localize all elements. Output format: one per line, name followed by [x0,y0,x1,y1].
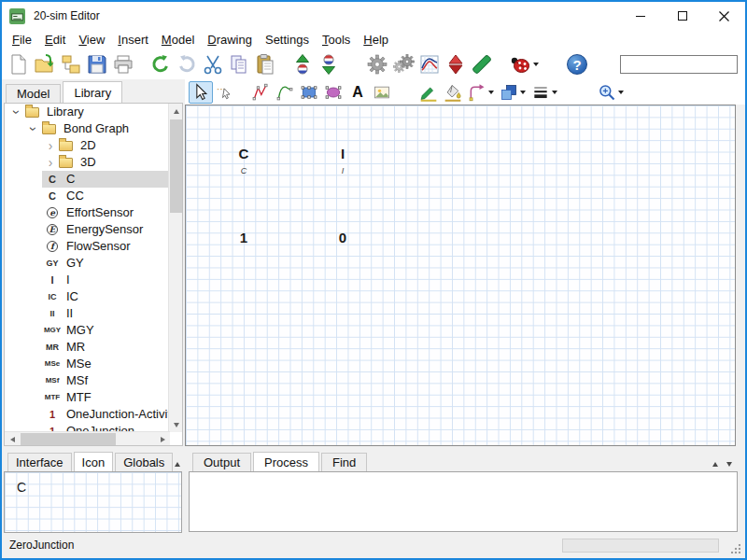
tree-item-row[interactable]: IIII [42,305,169,322]
tree-item-row[interactable]: MTFMTF [42,389,169,406]
tree-vscroll-thumb[interactable] [170,119,182,213]
canvas-element-I[interactable]: I [341,146,345,161]
bond-tool-button[interactable] [248,81,273,104]
tree-item-MSf[interactable]: MSfMSf [5,372,169,389]
debug-dropdown-icon[interactable] [533,63,539,66]
tree-item-row[interactable]: 2D [44,137,169,154]
tree-item-row[interactable]: MSfMSf [42,372,169,389]
tab-globals[interactable]: Globals [115,453,173,471]
text-tool-button[interactable]: A [345,81,370,104]
tree-item-GY[interactable]: GYGY [5,255,169,272]
tree-item-row[interactable]: MSeMSe [42,356,169,372]
resize-grip-icon[interactable] [731,544,740,553]
zoom-dropdown-icon[interactable] [618,91,624,94]
tree-hscroll-thumb[interactable] [21,433,116,445]
menu-drawing[interactable]: Drawing [201,31,259,49]
tree-item-3D[interactable]: 3D [5,154,169,171]
chevron-right-icon[interactable] [44,156,57,169]
line-width-dropdown-icon[interactable] [552,91,557,94]
check-model-button[interactable] [443,51,469,77]
tree-item-row[interactable]: MGYMGY [42,322,169,339]
tree-item-row[interactable]: 1OneJunction-Activity [42,406,169,423]
scroll-right-button[interactable] [155,432,170,446]
print-button[interactable] [110,51,136,77]
cut-button[interactable] [200,51,226,77]
go-down-button[interactable] [316,51,342,77]
tab-find[interactable]: Find [321,453,367,471]
tree-item-row[interactable]: EEnergySensor [42,221,169,238]
tree-item-row[interactable]: Library [10,104,169,120]
scroll-left-button[interactable] [5,432,20,446]
tree-item-Bond Graph[interactable]: Bond Graph [5,120,169,137]
signal-tool-button[interactable] [273,81,297,104]
menu-edit[interactable]: Edit [38,31,72,49]
tree-item-OneJunction-Activity[interactable]: 1OneJunction-Activity [5,406,169,423]
tree-item-row[interactable]: eEffortSensor [42,204,169,221]
tab-library[interactable]: Library [63,81,122,103]
tree-item-EffortSensor[interactable]: eEffortSensor [5,204,169,221]
tree-item-row[interactable]: Bond Graph [27,120,169,137]
order-dropdown-icon[interactable] [520,91,526,94]
open-button[interactable] [32,51,58,77]
tree-item-2D[interactable]: 2D [5,137,169,154]
help-button[interactable]: ? [564,51,590,77]
debug-button[interactable] [506,51,542,77]
menu-settings[interactable]: Settings [259,31,316,49]
scroll-down-button[interactable] [169,417,183,432]
tree-item-EnergySensor[interactable]: EEnergySensor [5,221,169,238]
tree-item-row[interactable]: 3D [44,154,169,171]
tree-item-row[interactable]: MRMR [42,339,169,356]
order-button[interactable] [497,81,529,104]
tab-icon[interactable]: Icon [74,452,114,471]
model-canvas[interactable]: C C I I 1 0 [185,105,736,446]
save-button[interactable] [84,51,110,77]
copy-button[interactable] [226,51,252,77]
process-gears-button[interactable] [390,51,416,77]
maximize-button[interactable] [661,2,703,30]
model-browser-button[interactable] [58,51,84,77]
tree-item-C[interactable]: CC [5,171,169,188]
panel-expand-icon[interactable] [712,462,718,467]
tree-item-row[interactable]: II [42,272,169,288]
submodel-tool-button[interactable] [213,81,237,104]
menu-view[interactable]: View [72,31,111,49]
tree-item-MGY[interactable]: MGYMGY [5,322,169,339]
tree-item-CC[interactable]: CCC [5,188,169,204]
tab-interface[interactable]: Interface [7,453,72,471]
chevron-down-icon[interactable] [10,105,23,119]
fill-color-button[interactable] [441,81,465,104]
menu-file[interactable]: File [6,31,38,49]
connection-style-button[interactable] [465,81,497,104]
paste-button[interactable] [252,51,278,77]
tree-item-row[interactable]: CC [42,171,169,188]
tree-item-MTF[interactable]: MTFMTF [5,389,169,406]
zoom-button[interactable] [594,81,627,104]
tree-item-row[interactable]: fFlowSensor [42,238,169,255]
tree-item-IC[interactable]: ICIC [5,288,169,305]
tree-item-row[interactable]: GYGY [42,255,169,272]
eraser-button[interactable] [469,51,495,77]
menu-insert[interactable]: Insert [111,31,155,49]
tree-item-Library[interactable]: Library [5,104,169,120]
tree-horizontal-scrollbar[interactable] [5,431,170,445]
redo-button[interactable] [174,51,200,77]
menu-help[interactable]: Help [357,31,395,49]
canvas-junction-0[interactable]: 0 [339,230,346,245]
tree-item-MR[interactable]: MRMR [5,339,169,356]
line-width-button[interactable] [529,81,560,104]
image-tool-button[interactable] [370,81,394,104]
pen-color-button[interactable] [416,81,441,104]
tree-vertical-scrollbar[interactable] [168,104,182,432]
tree-item-row[interactable]: ICIC [42,288,169,305]
canvas-junction-1[interactable]: 1 [240,230,247,245]
close-button[interactable] [703,2,745,30]
tab-model[interactable]: Model [6,84,61,103]
undo-button[interactable] [148,51,174,77]
tree-item-FlowSensor[interactable]: fFlowSensor [5,238,169,255]
scroll-up-button[interactable] [169,104,183,119]
tab-process[interactable]: Process [253,452,319,471]
tree-item-row[interactable]: CCC [42,188,169,204]
chevron-right-icon[interactable] [44,139,57,152]
go-up-button[interactable] [289,51,316,77]
panel-expand-icon[interactable] [175,462,180,467]
